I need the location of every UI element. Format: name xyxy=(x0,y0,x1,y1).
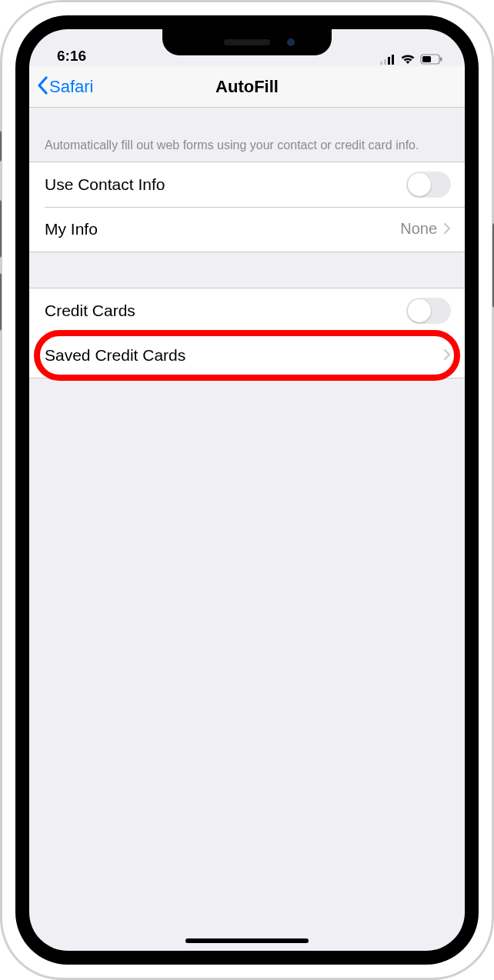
saved-credit-cards-row[interactable]: Saved Credit Cards xyxy=(29,333,465,378)
status-time: 6:16 xyxy=(57,48,86,65)
page-title: AutoFill xyxy=(29,77,465,97)
content: Automatically fill out web forms using y… xyxy=(29,108,465,378)
svg-rect-0 xyxy=(380,62,382,65)
use-contact-info-toggle[interactable] xyxy=(406,172,451,198)
use-contact-info-label: Use Contact Info xyxy=(45,175,406,194)
chevron-left-icon xyxy=(37,75,48,98)
credit-cards-label: Credit Cards xyxy=(45,302,406,320)
screen: 6:16 xyxy=(29,29,465,951)
device-frame: 6:16 xyxy=(0,0,494,980)
my-info-label: My Info xyxy=(45,220,400,238)
device-bezel: 6:16 xyxy=(15,15,479,965)
cellular-signal-icon xyxy=(380,54,396,65)
svg-rect-1 xyxy=(384,59,386,65)
saved-credit-cards-label: Saved Credit Cards xyxy=(45,346,443,365)
battery-icon xyxy=(420,54,443,65)
group-spacer xyxy=(29,252,465,288)
credit-cards-group: Credit Cards Saved Credit Cards xyxy=(29,288,465,378)
notch xyxy=(162,29,332,55)
contact-info-group: Use Contact Info My Info None xyxy=(29,162,465,252)
svg-rect-5 xyxy=(422,56,431,62)
home-indicator[interactable] xyxy=(185,938,309,943)
volume-down-button xyxy=(0,273,2,331)
my-info-row[interactable]: My Info None xyxy=(29,207,465,252)
use-contact-info-row[interactable]: Use Contact Info xyxy=(29,162,465,207)
highlight-annotation: Saved Credit Cards xyxy=(29,333,465,378)
svg-rect-2 xyxy=(388,57,390,65)
svg-rect-6 xyxy=(440,58,442,62)
back-button[interactable]: Safari xyxy=(37,75,93,98)
credit-cards-row[interactable]: Credit Cards xyxy=(29,288,465,333)
volume-up-button xyxy=(0,200,2,258)
nav-bar: Safari AutoFill xyxy=(29,66,465,108)
credit-cards-toggle[interactable] xyxy=(406,298,451,324)
status-right xyxy=(380,54,443,65)
mute-switch xyxy=(0,131,2,162)
back-label: Safari xyxy=(49,77,93,97)
my-info-detail: None xyxy=(400,220,437,238)
section-description: Automatically fill out web forms using y… xyxy=(29,108,465,162)
wifi-icon xyxy=(400,54,416,65)
svg-rect-3 xyxy=(392,55,394,65)
chevron-right-icon xyxy=(443,345,451,365)
chevron-right-icon xyxy=(443,219,451,239)
